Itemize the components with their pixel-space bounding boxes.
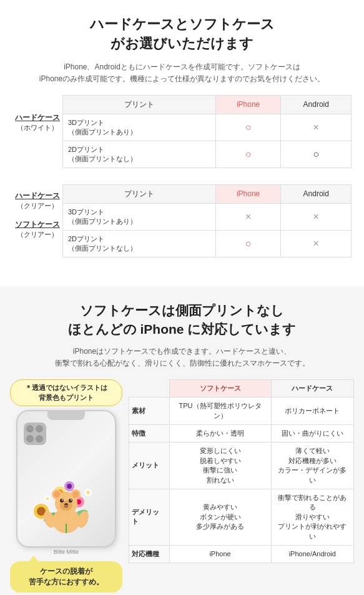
section1: ハードケースとソフトケース がお選びいただけます iPhone、Androidと… [0,0,364,286]
table2-cell-print: 2Dプリント （側面プリントなし） [63,230,216,257]
specs-hard-header: ハードケース [271,380,354,398]
case-note-balloon: ケースの脱着が 苦手な方におすすめ。 [10,561,122,592]
specs-row: デメリット黄みやすい ボタンが硬い 多少厚みがある衝撃で割れることがある 滑りや… [129,489,354,545]
table1-label-line2: （ホワイト） [17,124,58,131]
specs-row: 対応機種iPhoneiPhone/Android [129,545,354,562]
specs-soft-cell: TPU（熱可塑性ポリウレタン） [169,398,271,425]
section2: ソフトケースは側面プリントなし ほとんどの iPhone に対応しています iP… [0,286,364,595]
table1-cell-android: ○ [281,141,352,168]
specs-hard-cell: 衝撃で割れることがある 滑りやすい プリントが剥がれやすい [271,489,354,545]
table2-label2-line2: （クリアー） [17,231,58,238]
table2-cell-android: × [281,230,352,257]
table2-wrapper: ハードケース （クリアー） ソフトケース （クリアー） プリント iPhone … [12,184,352,268]
phone-camera [24,422,46,445]
phone-mockup [16,410,116,548]
specs-table: ソフトケース ハードケース 素材TPU（熱可塑性ポリウレタン）ポリカーボネート特… [129,379,354,563]
camera-lens-2 [36,425,43,432]
table2-row: 3Dプリント （側面プリントあり）×× [63,203,352,230]
table2-side-label: ハードケース （クリアー） ソフトケース （クリアー） [12,184,62,239]
specs-row: メリット変形しにくい 脱着しやすい 衝撃に強い 割れない薄くて軽い 対応機種が多… [129,442,354,489]
table2-cell-iphone: ○ [215,230,281,257]
svg-point-24 [62,499,63,501]
specs-row: 素材TPU（熱可塑性ポリウレタン）ポリカーボネート [129,398,354,425]
svg-point-18 [54,491,60,498]
svg-point-12 [86,491,90,494]
svg-point-7 [67,484,72,489]
bottom-content: ＊透過ではないイラストは 背景色もプリント [10,379,354,595]
section2-subtitle: iPhoneはソフトケースでも作成できます。ハードケースと違い、 衝撃で割れる心… [10,346,354,369]
table1-col-iphone: iPhone [215,95,281,114]
specs-hard-cell: 固い・曲がりにくい [271,425,354,442]
table1-row: 3Dプリント （側面プリントあり）○× [63,114,352,141]
transparent-note: ＊透過ではないイラストは 背景色もプリント [10,379,122,406]
table2-label1-line2: （クリアー） [17,202,58,209]
table1-row: 2Dプリント （側面プリントなし）○○ [63,141,352,168]
camera-lens-1 [26,425,34,432]
table1-cell-iphone: ○ [215,114,281,141]
specs-hard-cell: iPhone/Android [271,545,354,562]
specs-hard-cell: 薄くて軽い 対応機種が多い カラー・デザインが多い [271,442,354,489]
table1-container: プリント iPhone Android 3Dプリント （側面プリントあり）○×2… [62,95,352,178]
specs-row: 特徴柔らかい・透明固い・曲がりにくい [129,425,354,442]
table1: プリント iPhone Android 3Dプリント （側面プリントあり）○×2… [62,95,352,168]
svg-point-26 [64,503,68,506]
table2-container: プリント iPhone Android 3Dプリント （側面プリントあり）××2… [62,184,352,268]
table1-cell-print: 3Dプリント （側面プリントあり） [63,114,216,141]
table2-label2-line1: ソフトケース [15,220,60,229]
table2-label1-line1: ハードケース [15,191,60,200]
table2-cell-android: × [281,203,352,230]
table1-label-line1: ハードケース [15,113,60,122]
specs-row-label: 素材 [129,398,170,425]
table2-col-iphone: iPhone [215,184,281,203]
table2-col-print: プリント [63,184,216,203]
specs-row-label: 対応機種 [129,545,170,562]
specs-soft-cell: 黄みやすい ボタンが硬い 多少厚みがある [169,489,271,545]
table1-cell-iphone: ○ [215,141,281,168]
svg-point-25 [71,499,72,501]
section2-title: ソフトケースは側面プリントなし ほとんどの iPhone に対応しています [10,301,354,339]
specs-row-label: 特徴 [129,425,170,442]
specs-soft-cell: iPhone [169,545,271,562]
svg-point-20 [72,491,79,498]
table1-wrapper: ハードケース （ホワイト） プリント iPhone Android 3Dプリント… [12,95,352,178]
table2-cell-print: 3Dプリント （側面プリントあり） [63,203,216,230]
main-title: ハードケースとソフトケース がお選びいただけます [12,15,352,54]
table2-col-android: Android [281,184,352,203]
table1-cell-print: 2Dプリント （側面プリントなし） [63,141,216,168]
table1-col-print: プリント [63,95,216,114]
svg-point-23 [69,499,72,502]
phone-brand: Bitte Mitte [16,549,116,555]
specs-row-label: デメリット [129,489,170,545]
phone-area: ＊透過ではないイラストは 背景色もプリント [10,379,122,595]
specs-soft-cell: 柔らかい・透明 [169,425,271,442]
camera-lens-4 [36,435,43,442]
table2: プリント iPhone Android 3Dプリント （側面プリントあり）××2… [62,184,352,258]
svg-point-22 [60,499,64,502]
table1-cell-android: × [281,114,352,141]
table2-row: 2Dプリント （側面プリントなし）○× [63,230,352,257]
specs-soft-cell: 変形しにくい 脱着しやすい 衝撃に強い 割れない [169,442,271,489]
camera-lens-3 [26,435,34,442]
table1-side-label: ハードケース （ホワイト） [12,95,62,132]
specs-row-label: メリット [129,442,170,489]
specs-comparison-table: ソフトケース ハードケース 素材TPU（熱可塑性ポリウレタン）ポリカーボネート特… [129,379,354,563]
svg-point-14 [46,498,49,501]
table2-cell-iphone: × [215,203,281,230]
phone-notch [47,411,85,420]
specs-soft-header: ソフトケース [169,380,271,398]
subtitle-text: iPhone、Androidともにハードケースを作成可能です。ソフトケースは i… [12,61,352,85]
table1-col-android: Android [281,95,352,114]
bear-flower-illustration [26,458,107,539]
specs-hard-cell: ポリカーボネート [271,398,354,425]
